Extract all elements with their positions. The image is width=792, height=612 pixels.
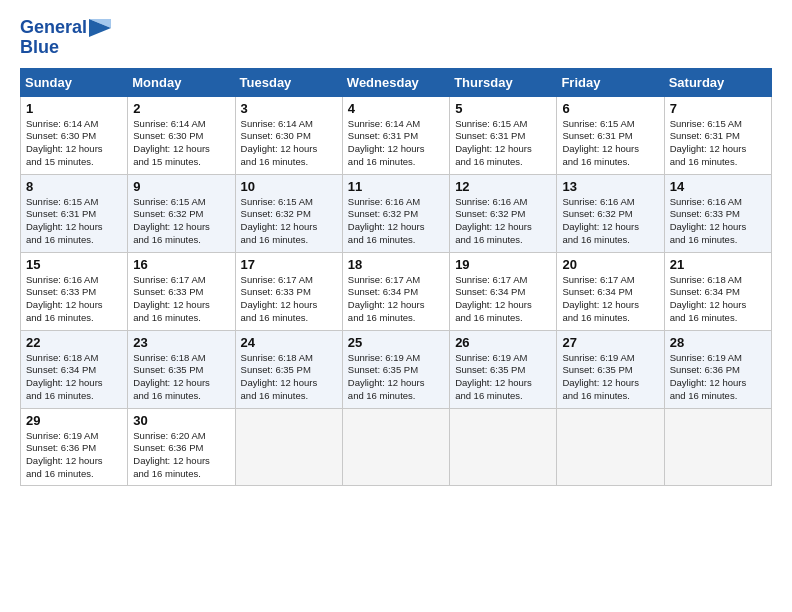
calendar-cell: 24 Sunrise: 6:18 AMSunset: 6:35 PMDaylig… xyxy=(235,330,342,408)
day-number: 23 xyxy=(133,335,229,350)
calendar-week-row: 1 Sunrise: 6:14 AMSunset: 6:30 PMDayligh… xyxy=(21,96,772,174)
calendar-cell xyxy=(235,408,342,485)
day-info: Sunrise: 6:16 AMSunset: 6:32 PMDaylight:… xyxy=(455,196,532,245)
day-info: Sunrise: 6:14 AMSunset: 6:31 PMDaylight:… xyxy=(348,118,425,167)
calendar-cell xyxy=(557,408,664,485)
calendar-cell: 21 Sunrise: 6:18 AMSunset: 6:34 PMDaylig… xyxy=(664,252,771,330)
weekday-header-wednesday: Wednesday xyxy=(342,68,449,96)
day-info: Sunrise: 6:17 AMSunset: 6:34 PMDaylight:… xyxy=(562,274,639,323)
calendar-cell: 26 Sunrise: 6:19 AMSunset: 6:35 PMDaylig… xyxy=(450,330,557,408)
day-number: 16 xyxy=(133,257,229,272)
day-number: 14 xyxy=(670,179,766,194)
calendar-cell: 4 Sunrise: 6:14 AMSunset: 6:31 PMDayligh… xyxy=(342,96,449,174)
weekday-header-tuesday: Tuesday xyxy=(235,68,342,96)
day-info: Sunrise: 6:17 AMSunset: 6:34 PMDaylight:… xyxy=(348,274,425,323)
calendar-cell: 30 Sunrise: 6:20 AMSunset: 6:36 PMDaylig… xyxy=(128,408,235,485)
calendar-cell: 18 Sunrise: 6:17 AMSunset: 6:34 PMDaylig… xyxy=(342,252,449,330)
calendar-week-row: 15 Sunrise: 6:16 AMSunset: 6:33 PMDaylig… xyxy=(21,252,772,330)
calendar-week-row: 22 Sunrise: 6:18 AMSunset: 6:34 PMDaylig… xyxy=(21,330,772,408)
day-info: Sunrise: 6:19 AMSunset: 6:35 PMDaylight:… xyxy=(455,352,532,401)
day-number: 2 xyxy=(133,101,229,116)
calendar-cell: 17 Sunrise: 6:17 AMSunset: 6:33 PMDaylig… xyxy=(235,252,342,330)
day-number: 10 xyxy=(241,179,337,194)
calendar-cell: 7 Sunrise: 6:15 AMSunset: 6:31 PMDayligh… xyxy=(664,96,771,174)
calendar-cell: 27 Sunrise: 6:19 AMSunset: 6:35 PMDaylig… xyxy=(557,330,664,408)
calendar-cell xyxy=(342,408,449,485)
day-number: 27 xyxy=(562,335,658,350)
day-info: Sunrise: 6:20 AMSunset: 6:36 PMDaylight:… xyxy=(133,430,210,479)
day-number: 13 xyxy=(562,179,658,194)
day-info: Sunrise: 6:14 AMSunset: 6:30 PMDaylight:… xyxy=(26,118,103,167)
day-info: Sunrise: 6:19 AMSunset: 6:35 PMDaylight:… xyxy=(562,352,639,401)
weekday-header-sunday: Sunday xyxy=(21,68,128,96)
day-number: 4 xyxy=(348,101,444,116)
logo-triangle-icon xyxy=(89,19,111,37)
day-info: Sunrise: 6:14 AMSunset: 6:30 PMDaylight:… xyxy=(241,118,318,167)
day-number: 3 xyxy=(241,101,337,116)
day-number: 26 xyxy=(455,335,551,350)
calendar-cell: 23 Sunrise: 6:18 AMSunset: 6:35 PMDaylig… xyxy=(128,330,235,408)
day-info: Sunrise: 6:16 AMSunset: 6:33 PMDaylight:… xyxy=(26,274,103,323)
day-info: Sunrise: 6:17 AMSunset: 6:34 PMDaylight:… xyxy=(455,274,532,323)
day-info: Sunrise: 6:19 AMSunset: 6:36 PMDaylight:… xyxy=(26,430,103,479)
day-number: 20 xyxy=(562,257,658,272)
calendar-cell: 9 Sunrise: 6:15 AMSunset: 6:32 PMDayligh… xyxy=(128,174,235,252)
calendar-cell: 11 Sunrise: 6:16 AMSunset: 6:32 PMDaylig… xyxy=(342,174,449,252)
weekday-header-row: SundayMondayTuesdayWednesdayThursdayFrid… xyxy=(21,68,772,96)
day-number: 21 xyxy=(670,257,766,272)
day-number: 11 xyxy=(348,179,444,194)
weekday-header-saturday: Saturday xyxy=(664,68,771,96)
calendar-cell: 16 Sunrise: 6:17 AMSunset: 6:33 PMDaylig… xyxy=(128,252,235,330)
day-info: Sunrise: 6:16 AMSunset: 6:32 PMDaylight:… xyxy=(348,196,425,245)
day-info: Sunrise: 6:16 AMSunset: 6:32 PMDaylight:… xyxy=(562,196,639,245)
logo-blue: Blue xyxy=(20,38,59,58)
day-number: 12 xyxy=(455,179,551,194)
logo: General Blue xyxy=(20,18,111,58)
logo-general: General xyxy=(20,18,87,38)
day-info: Sunrise: 6:15 AMSunset: 6:31 PMDaylight:… xyxy=(455,118,532,167)
calendar-cell: 3 Sunrise: 6:14 AMSunset: 6:30 PMDayligh… xyxy=(235,96,342,174)
day-info: Sunrise: 6:17 AMSunset: 6:33 PMDaylight:… xyxy=(241,274,318,323)
calendar-cell xyxy=(450,408,557,485)
day-info: Sunrise: 6:15 AMSunset: 6:31 PMDaylight:… xyxy=(562,118,639,167)
day-info: Sunrise: 6:14 AMSunset: 6:30 PMDaylight:… xyxy=(133,118,210,167)
day-number: 9 xyxy=(133,179,229,194)
day-number: 5 xyxy=(455,101,551,116)
calendar-cell: 13 Sunrise: 6:16 AMSunset: 6:32 PMDaylig… xyxy=(557,174,664,252)
calendar-cell: 8 Sunrise: 6:15 AMSunset: 6:31 PMDayligh… xyxy=(21,174,128,252)
day-info: Sunrise: 6:15 AMSunset: 6:32 PMDaylight:… xyxy=(241,196,318,245)
day-info: Sunrise: 6:18 AMSunset: 6:35 PMDaylight:… xyxy=(241,352,318,401)
calendar-cell: 10 Sunrise: 6:15 AMSunset: 6:32 PMDaylig… xyxy=(235,174,342,252)
calendar-cell: 15 Sunrise: 6:16 AMSunset: 6:33 PMDaylig… xyxy=(21,252,128,330)
calendar-cell: 28 Sunrise: 6:19 AMSunset: 6:36 PMDaylig… xyxy=(664,330,771,408)
calendar-cell: 14 Sunrise: 6:16 AMSunset: 6:33 PMDaylig… xyxy=(664,174,771,252)
day-info: Sunrise: 6:17 AMSunset: 6:33 PMDaylight:… xyxy=(133,274,210,323)
day-info: Sunrise: 6:15 AMSunset: 6:31 PMDaylight:… xyxy=(670,118,747,167)
calendar-cell: 25 Sunrise: 6:19 AMSunset: 6:35 PMDaylig… xyxy=(342,330,449,408)
day-number: 29 xyxy=(26,413,122,428)
calendar-cell: 20 Sunrise: 6:17 AMSunset: 6:34 PMDaylig… xyxy=(557,252,664,330)
weekday-header-thursday: Thursday xyxy=(450,68,557,96)
day-info: Sunrise: 6:16 AMSunset: 6:33 PMDaylight:… xyxy=(670,196,747,245)
calendar-cell: 12 Sunrise: 6:16 AMSunset: 6:32 PMDaylig… xyxy=(450,174,557,252)
day-info: Sunrise: 6:19 AMSunset: 6:36 PMDaylight:… xyxy=(670,352,747,401)
calendar-cell: 2 Sunrise: 6:14 AMSunset: 6:30 PMDayligh… xyxy=(128,96,235,174)
day-number: 18 xyxy=(348,257,444,272)
weekday-header-monday: Monday xyxy=(128,68,235,96)
calendar-cell: 6 Sunrise: 6:15 AMSunset: 6:31 PMDayligh… xyxy=(557,96,664,174)
calendar-week-row: 29 Sunrise: 6:19 AMSunset: 6:36 PMDaylig… xyxy=(21,408,772,485)
day-info: Sunrise: 6:15 AMSunset: 6:31 PMDaylight:… xyxy=(26,196,103,245)
day-number: 19 xyxy=(455,257,551,272)
day-number: 25 xyxy=(348,335,444,350)
day-info: Sunrise: 6:19 AMSunset: 6:35 PMDaylight:… xyxy=(348,352,425,401)
day-info: Sunrise: 6:18 AMSunset: 6:35 PMDaylight:… xyxy=(133,352,210,401)
day-number: 24 xyxy=(241,335,337,350)
calendar-table: SundayMondayTuesdayWednesdayThursdayFrid… xyxy=(20,68,772,486)
day-number: 7 xyxy=(670,101,766,116)
day-number: 8 xyxy=(26,179,122,194)
calendar-cell: 22 Sunrise: 6:18 AMSunset: 6:34 PMDaylig… xyxy=(21,330,128,408)
calendar-cell: 19 Sunrise: 6:17 AMSunset: 6:34 PMDaylig… xyxy=(450,252,557,330)
day-number: 30 xyxy=(133,413,229,428)
calendar-cell xyxy=(664,408,771,485)
day-info: Sunrise: 6:18 AMSunset: 6:34 PMDaylight:… xyxy=(26,352,103,401)
